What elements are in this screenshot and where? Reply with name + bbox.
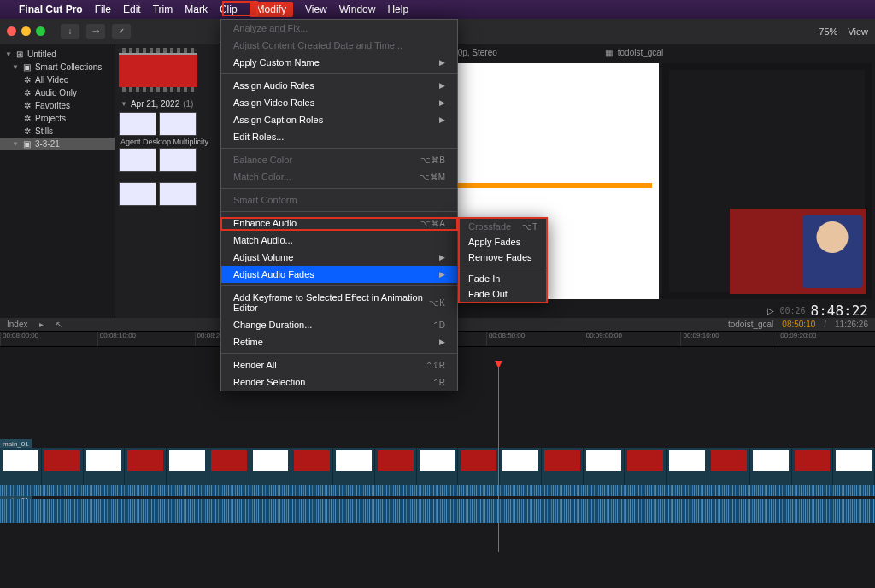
video-clip[interactable] <box>625 448 667 485</box>
menu-render-selection[interactable]: Render Selection⌃R <box>221 373 457 391</box>
menu-match-audio[interactable]: Match Audio... <box>221 232 457 249</box>
video-clip[interactable] <box>333 448 375 485</box>
menu-mark[interactable]: Mark <box>185 3 208 15</box>
sidebar-item-smart[interactable]: ▼ ▣ Smart Collections <box>0 61 115 74</box>
menu-custom-name[interactable]: Apply Custom Name▶ <box>221 54 457 71</box>
menu-adjust-audio-fades[interactable]: Adjust Audio Fades▶ <box>221 266 457 283</box>
menu-enhance-audio[interactable]: Enhance Audio⌥⌘A <box>221 215 457 232</box>
video-clip[interactable] <box>667 448 708 485</box>
menu-adjust-volume[interactable]: Adjust Volume▶ <box>221 249 457 266</box>
video-clip[interactable] <box>584 448 625 485</box>
disclosure-icon[interactable]: ▼ <box>120 100 127 108</box>
menu-add-keyframe[interactable]: Add Keyframe to Selected Effect in Anima… <box>221 289 457 316</box>
gear-icon: ✲ <box>24 126 31 136</box>
sidebar-item-projects[interactable]: ✲Projects <box>0 112 115 125</box>
menu-video-roles[interactable]: Assign Video Roles▶ <box>221 94 457 111</box>
filmstrip-frame[interactable] <box>159 112 197 136</box>
clip-filmstrip[interactable] <box>115 148 226 172</box>
bg-tasks-button[interactable]: ✓ <box>112 24 131 39</box>
video-clip[interactable] <box>750 448 792 485</box>
submenu-apply-fades[interactable]: Apply Fades <box>460 234 546 250</box>
minimize-button[interactable] <box>21 26 31 36</box>
menu-trim[interactable]: Trim <box>153 3 173 15</box>
disclosure-icon[interactable]: ▼ <box>12 140 19 148</box>
chevron-right-icon: ▶ <box>439 253 445 262</box>
menu-edit-roles[interactable]: Edit Roles... <box>221 128 457 145</box>
video-clip[interactable] <box>833 448 875 485</box>
video-clip[interactable] <box>291 448 333 485</box>
filmstrip-frame[interactable] <box>119 112 156 136</box>
video-clip[interactable] <box>458 448 500 485</box>
ruler-tick: 00:08:50:00 <box>486 332 584 346</box>
menu-smart-conform[interactable]: Smart Conform <box>221 191 457 209</box>
app-name[interactable]: Final Cut Pro <box>19 3 83 15</box>
video-track[interactable] <box>0 448 875 485</box>
video-clip[interactable] <box>375 448 417 485</box>
filmstrip-frame[interactable] <box>119 182 156 206</box>
fullscreen-button[interactable] <box>36 26 45 36</box>
tool-select-icon[interactable]: ▸ <box>39 320 44 329</box>
sidebar-item-event[interactable]: ▼ ▣ 3-3-21 <box>0 138 115 150</box>
video-clip[interactable] <box>0 448 42 485</box>
video-clip[interactable] <box>208 448 250 485</box>
filmstrip-frame[interactable] <box>119 148 156 172</box>
video-clip[interactable] <box>542 448 584 485</box>
clip-filmstrip[interactable] <box>115 182 226 206</box>
clip-filmstrip[interactable] <box>115 112 226 136</box>
filmstrip-frame[interactable] <box>159 182 197 206</box>
sidebar-item-allvideo[interactable]: ✲All Video <box>0 74 115 86</box>
index-button[interactable]: Index <box>7 320 27 329</box>
video-clip[interactable] <box>500 448 542 485</box>
menu-audio-roles[interactable]: Assign Audio Roles▶ <box>221 77 457 94</box>
submenu-fade-out[interactable]: Fade Out <box>460 286 546 302</box>
menu-match-color[interactable]: Match Color...⌥⌘M <box>221 168 457 185</box>
window-controls[interactable] <box>7 26 45 36</box>
sidebar-item-stills[interactable]: ✲Stills <box>0 125 115 138</box>
video-clip[interactable] <box>417 448 459 485</box>
menu-edit[interactable]: Edit <box>123 3 141 15</box>
menu-render-all[interactable]: Render All⌃⇧R <box>221 356 457 373</box>
menu-file[interactable]: File <box>95 3 111 15</box>
ruler-tick: 00:09:10:00 <box>680 332 778 346</box>
library-row[interactable]: ▼ ⊞ Untitled <box>0 48 115 61</box>
menu-change-duration[interactable]: Change Duration...⌃D <box>221 316 457 333</box>
menu-adjust-date[interactable]: Adjust Content Created Date and Time... <box>221 37 457 54</box>
video-clip[interactable] <box>708 448 750 485</box>
import-button[interactable]: ↓ <box>61 24 79 39</box>
keyword-button[interactable]: ⊸ <box>86 24 105 39</box>
play-button[interactable]: ▷ <box>767 306 774 315</box>
menu-analyze[interactable]: Analyze and Fix... <box>221 20 457 37</box>
zoom-level[interactable]: 75% <box>819 26 837 37</box>
audio-track-attached[interactable] <box>0 485 875 496</box>
submenu-crossfade[interactable]: Crossfade⌥T <box>460 219 546 234</box>
video-clip[interactable] <box>250 448 292 485</box>
clip-tile[interactable] <box>119 48 222 92</box>
disclosure-icon[interactable]: ▼ <box>12 63 19 71</box>
audio-track-main[interactable] <box>0 499 875 523</box>
video-clip[interactable] <box>42 448 84 485</box>
sidebar-item-audio[interactable]: ✲Audio Only <box>0 86 115 99</box>
date-group-header[interactable]: ▼ Apr 21, 2022 (1) <box>115 96 226 112</box>
menu-view[interactable]: View <box>305 3 327 15</box>
video-clip[interactable] <box>167 448 208 485</box>
submenu-fade-in[interactable]: Fade In <box>460 271 546 286</box>
menu-caption-roles[interactable]: Assign Caption Roles▶ <box>221 111 457 128</box>
library-icon: ⊞ <box>16 50 23 59</box>
arrow-tool-icon[interactable]: ↖ <box>56 320 62 329</box>
menu-clip[interactable]: Clip <box>220 3 238 15</box>
disclosure-icon[interactable]: ▼ <box>5 50 12 58</box>
video-clip[interactable] <box>125 448 167 485</box>
menu-retime[interactable]: Retime▶ <box>221 333 457 350</box>
submenu-remove-fades[interactable]: Remove Fades <box>460 250 546 265</box>
video-clip[interactable] <box>792 448 834 485</box>
video-clip[interactable] <box>84 448 126 485</box>
menu-modify[interactable]: Modify <box>250 2 293 17</box>
menu-window[interactable]: Window <box>339 3 376 15</box>
playhead[interactable] <box>498 361 499 552</box>
view-menu-button[interactable]: View <box>848 26 868 37</box>
close-button[interactable] <box>7 26 16 36</box>
sidebar-item-favorites[interactable]: ✲Favorites <box>0 99 115 112</box>
filmstrip-frame[interactable] <box>159 148 197 172</box>
menu-help[interactable]: Help <box>387 3 408 15</box>
menu-balance-color[interactable]: Balance Color⌥⌘B <box>221 151 457 168</box>
